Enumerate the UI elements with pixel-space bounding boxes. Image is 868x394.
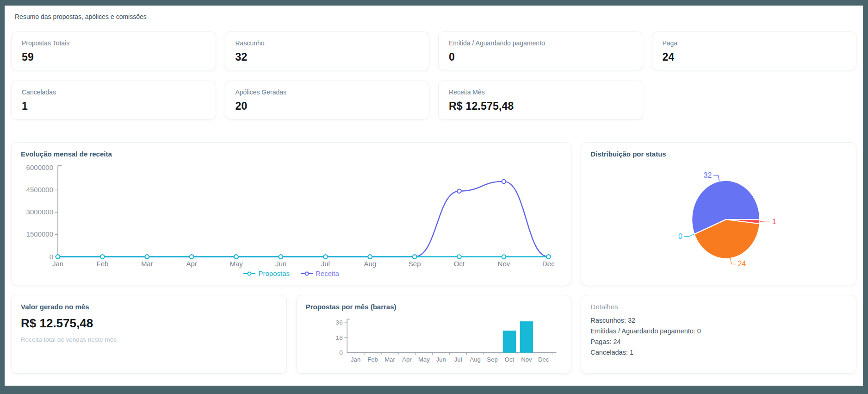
legend-label-receita: Receita bbox=[316, 269, 339, 277]
stat-card-paga: Paga 24 bbox=[652, 31, 857, 70]
x-axis-label: Jun bbox=[436, 356, 446, 363]
point-propostas-May[interactable] bbox=[234, 255, 238, 259]
x-axis-label: Dec bbox=[538, 356, 549, 363]
x-axis-label: Sep bbox=[487, 356, 497, 363]
stat-value: 24 bbox=[663, 51, 846, 63]
valor-card-value: R$ 12.575,48 bbox=[21, 316, 277, 331]
bar-chart-title: Propostas por mês (barras) bbox=[306, 303, 562, 311]
y-tick-label: 18 bbox=[335, 334, 342, 341]
x-axis-label: Sep bbox=[409, 260, 421, 268]
stat-card-emitida: Emitida / Aguardando pagamento 0 bbox=[438, 31, 643, 70]
legend-item-propostas[interactable]: Propostas bbox=[243, 269, 290, 277]
point-receita-Oct[interactable] bbox=[457, 189, 461, 193]
stat-card-apolices-geradas: Apólices Geradas 20 bbox=[225, 81, 430, 119]
pie-label-line bbox=[684, 234, 694, 237]
stat-value: 59 bbox=[22, 51, 205, 63]
stats-row-2: Canceladas 1 Apólices Geradas 20 Receita… bbox=[11, 81, 856, 119]
x-axis-label: Jun bbox=[275, 260, 286, 268]
y-tick-label: 6000000 bbox=[26, 163, 53, 171]
x-axis-label: Feb bbox=[367, 356, 378, 363]
y-tick-label: 4500000 bbox=[26, 186, 53, 194]
point-propostas-Jan[interactable] bbox=[56, 255, 60, 259]
stat-value: R$ 12.575,48 bbox=[449, 100, 632, 113]
stat-value: 1 bbox=[22, 100, 205, 113]
legend-line-marker-icon bbox=[243, 271, 255, 276]
x-axis-label: Aug bbox=[470, 356, 480, 363]
detalhes-item-canceladas: Canceladas: 1 bbox=[590, 349, 847, 356]
legend-item-receita[interactable]: Receita bbox=[301, 269, 339, 277]
detalhes-card: Detalhes Rascunhos: 32 Emitidas / Aguard… bbox=[581, 295, 856, 374]
pie-chart-plot[interactable]: 124032 bbox=[590, 162, 847, 277]
line-chart-plot[interactable]: 01500000300000045000006000000JanFebMarAp… bbox=[21, 162, 562, 269]
stat-label: Canceladas bbox=[22, 88, 205, 96]
x-axis-label: Apr bbox=[186, 260, 197, 268]
x-axis-label: May bbox=[229, 260, 243, 268]
stat-label: Apólices Geradas bbox=[236, 88, 419, 96]
x-axis-label: Oct bbox=[504, 356, 514, 363]
point-propostas-Oct[interactable] bbox=[457, 255, 461, 259]
point-propostas-Jun[interactable] bbox=[279, 255, 283, 259]
stat-value: 0 bbox=[449, 51, 632, 63]
receita-legend-icon bbox=[301, 269, 313, 277]
stat-card-propostas-totais: Propostas Totais 59 bbox=[11, 31, 216, 70]
page-title: Resumo das propostas, apólices e comissõ… bbox=[15, 13, 856, 20]
point-propostas-Aug[interactable] bbox=[368, 255, 372, 259]
point-propostas-Sep[interactable] bbox=[413, 255, 417, 259]
pie-label-24: 24 bbox=[738, 260, 746, 268]
pie-label-32: 32 bbox=[704, 171, 712, 179]
bar-nov[interactable] bbox=[520, 321, 533, 353]
detalhes-item-rascunhos: Rascunhos: 32 bbox=[590, 317, 847, 324]
x-axis-label: Apr bbox=[402, 356, 412, 363]
x-axis-label: Mar bbox=[384, 356, 395, 363]
y-tick-label: 0 bbox=[339, 349, 343, 356]
detalhes-title: Detalhes bbox=[590, 303, 847, 311]
point-propostas-Feb[interactable] bbox=[100, 255, 105, 259]
point-propostas-Dec[interactable] bbox=[546, 255, 551, 259]
x-axis-label: Oct bbox=[454, 260, 465, 268]
valor-card-subtitle: Receita total de vendas neste mês bbox=[21, 336, 277, 343]
pie-label-1: 1 bbox=[772, 218, 776, 225]
point-propostas-Apr[interactable] bbox=[190, 255, 194, 259]
x-axis-label: Nov bbox=[498, 260, 510, 268]
point-propostas-Nov[interactable] bbox=[502, 255, 506, 259]
bar-chart-svg: 01836JanFebMarAprMayJunJulAugSepOctNovDe… bbox=[306, 314, 562, 366]
x-axis-label: Aug bbox=[364, 260, 376, 268]
detalhes-item-pagas: Pagas: 24 bbox=[590, 338, 847, 345]
point-propostas-Mar[interactable] bbox=[145, 255, 149, 259]
empty-cell bbox=[652, 81, 857, 119]
point-propostas-Jul[interactable] bbox=[323, 255, 328, 259]
stat-card-canceladas: Canceladas 1 bbox=[11, 81, 216, 119]
bar-chart-card: Propostas por mês (barras) 01836JanFebMa… bbox=[296, 295, 572, 374]
y-tick-label: 1500000 bbox=[26, 231, 53, 238]
line-chart-legend: Propostas Receita bbox=[21, 269, 562, 277]
stats-row-1: Propostas Totais 59 Rascunho 32 Emitida … bbox=[11, 31, 856, 70]
charts-grid: Evolução mensal de receita 0150000030000… bbox=[11, 142, 856, 374]
pie-label-line bbox=[731, 258, 736, 264]
pie-label-0: 0 bbox=[678, 232, 682, 240]
series-line-receita[interactable] bbox=[58, 181, 548, 257]
point-receita-Nov[interactable] bbox=[502, 180, 506, 184]
x-axis-label: May bbox=[418, 356, 430, 363]
y-tick-label: 3000000 bbox=[26, 208, 53, 216]
line-chart-title: Evolução mensal de receita bbox=[21, 150, 562, 158]
y-tick-label: 36 bbox=[335, 319, 342, 326]
line-chart-card: Evolução mensal de receita 0150000030000… bbox=[11, 142, 571, 285]
stat-label: Propostas Totais bbox=[22, 39, 205, 47]
x-axis-label: Feb bbox=[96, 260, 108, 268]
pie-chart-svg: 124032 bbox=[590, 162, 847, 277]
x-axis-label: Dec bbox=[542, 260, 555, 268]
pie-chart-title: Distribuição por status bbox=[590, 150, 847, 158]
app-frame: Resumo das propostas, apólices e comissõ… bbox=[0, 0, 868, 394]
pie-label-line bbox=[714, 175, 719, 181]
propostas-legend-icon bbox=[243, 269, 255, 277]
legend-label-propostas: Propostas bbox=[258, 269, 290, 277]
x-axis-label: Nov bbox=[521, 356, 532, 363]
stat-value: 32 bbox=[236, 51, 419, 63]
legend-line-marker-icon bbox=[301, 271, 313, 276]
valor-card-title: Valor gerado no mês bbox=[21, 303, 277, 311]
bar-chart-plot[interactable]: 01836JanFebMarAprMayJunJulAugSepOctNovDe… bbox=[306, 314, 562, 366]
stat-value: 20 bbox=[236, 100, 419, 113]
bar-oct[interactable] bbox=[502, 331, 515, 353]
x-axis-label: Jan bbox=[52, 260, 63, 268]
valor-gerado-card: Valor gerado no mês R$ 12.575,48 Receita… bbox=[11, 295, 287, 374]
